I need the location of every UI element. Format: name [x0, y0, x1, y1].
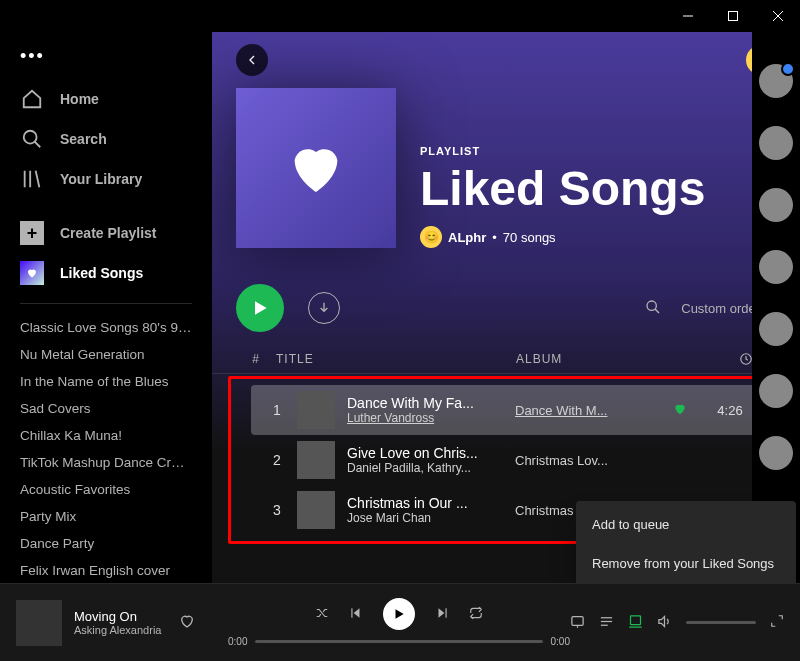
- svg-rect-25: [631, 615, 641, 624]
- track-art: [297, 441, 335, 479]
- create-playlist-label: Create Playlist: [60, 225, 157, 241]
- playlist-item[interactable]: Chillax Ka Muna!: [20, 422, 192, 449]
- volume-button[interactable]: [657, 614, 672, 632]
- lyrics-button[interactable]: [570, 614, 585, 632]
- svg-marker-15: [354, 608, 360, 617]
- friend-avatar[interactable]: [759, 436, 793, 470]
- nav-library[interactable]: Your Library: [0, 159, 212, 199]
- prev-button[interactable]: [349, 606, 363, 623]
- svg-rect-16: [351, 608, 352, 617]
- heart-icon: [20, 261, 44, 285]
- volume-slider[interactable]: [686, 621, 756, 624]
- svg-rect-1: [728, 12, 737, 21]
- liked-songs-label: Liked Songs: [60, 265, 143, 281]
- friend-avatar[interactable]: [759, 188, 793, 222]
- play-button[interactable]: [236, 284, 284, 332]
- track-album[interactable]: Christmas Lov...: [515, 453, 655, 468]
- ctx-add-queue[interactable]: Add to queue: [580, 505, 792, 544]
- svg-marker-27: [659, 616, 665, 626]
- friend-avatar[interactable]: [759, 374, 793, 408]
- fullscreen-button[interactable]: [770, 614, 784, 631]
- svg-marker-9: [255, 301, 267, 314]
- friend-avatar[interactable]: [759, 250, 793, 284]
- playlist-item[interactable]: Classic Love Songs 80's 90's: [20, 314, 192, 341]
- track-artist[interactable]: Daniel Padilla, Kathry...: [347, 461, 478, 475]
- plus-icon: +: [20, 221, 44, 245]
- track-row[interactable]: 1Dance With My Fa...Luther VandrossDance…: [251, 385, 761, 435]
- track-artist[interactable]: Luther Vandross: [347, 411, 474, 425]
- playlist-item[interactable]: TikTok Mashup Dance Craze...: [20, 449, 192, 476]
- svg-line-5: [35, 142, 41, 148]
- ctx-remove-liked[interactable]: Remove from your Liked Songs: [580, 544, 792, 583]
- repeat-button[interactable]: [469, 606, 483, 623]
- context-menu: Add to queue Remove from your Liked Song…: [576, 501, 796, 583]
- create-playlist[interactable]: + Create Playlist: [0, 213, 212, 253]
- playlist-item[interactable]: Dance Party: [20, 530, 192, 557]
- track-title: Give Love on Chris...: [347, 445, 478, 461]
- playlist-item[interactable]: Nu Metal Generation: [20, 341, 192, 368]
- track-title: Christmas in Our ...: [347, 495, 468, 511]
- progress-bar[interactable]: [255, 640, 542, 643]
- liked-songs-nav[interactable]: Liked Songs: [0, 253, 212, 293]
- download-button[interactable]: [308, 292, 340, 324]
- main-content: 😊 PLAYLIST Liked Songs 😊 ALphr • 70 song…: [212, 32, 800, 583]
- track-artist[interactable]: Jose Mari Chan: [347, 511, 468, 525]
- playlist-meta: 😊 ALphr • 70 songs: [420, 226, 705, 248]
- now-playing-title[interactable]: Moving On: [74, 609, 161, 624]
- nav-search[interactable]: Search: [0, 119, 212, 159]
- nav-home[interactable]: Home: [0, 79, 212, 119]
- playlist-item[interactable]: Sad Covers: [20, 395, 192, 422]
- friend-avatar[interactable]: [759, 64, 793, 98]
- now-playing-artist[interactable]: Asking Alexandria: [74, 624, 161, 636]
- track-row[interactable]: 2Give Love on Chris...Daniel Padilla, Ka…: [251, 435, 761, 485]
- playlist-item[interactable]: Acoustic Favorites: [20, 476, 192, 503]
- owner-name[interactable]: ALphr: [448, 230, 486, 245]
- playlist-cover: [236, 88, 396, 248]
- play-pause-button[interactable]: [383, 598, 415, 630]
- progress-duration: 0:00: [551, 636, 570, 647]
- svg-marker-18: [439, 608, 445, 617]
- col-title: TITLE: [276, 352, 516, 369]
- track-number: 2: [257, 452, 297, 468]
- track-number: 3: [257, 502, 297, 518]
- search-tracks-icon[interactable]: [645, 299, 661, 318]
- owner-avatar: 😊: [420, 226, 442, 248]
- maximize-button[interactable]: [710, 0, 755, 32]
- track-title: Dance With My Fa...: [347, 395, 474, 411]
- playlist-list: Classic Love Songs 80's 90'sNu Metal Gen…: [0, 314, 212, 583]
- player-bar: Moving On Asking Alexandria 0:00 0:00: [0, 583, 800, 661]
- col-num: #: [236, 352, 276, 369]
- now-playing-art[interactable]: [16, 600, 62, 646]
- playlist-type: PLAYLIST: [420, 145, 705, 157]
- friend-avatar[interactable]: [759, 126, 793, 160]
- next-button[interactable]: [435, 606, 449, 623]
- devices-button[interactable]: [628, 614, 643, 632]
- friend-avatar[interactable]: [759, 312, 793, 346]
- nav-search-label: Search: [60, 131, 107, 147]
- song-count: 70 songs: [503, 230, 556, 245]
- playlist-item[interactable]: In the Name of the Blues: [20, 368, 192, 395]
- track-duration: 4:26: [705, 403, 755, 418]
- shuffle-button[interactable]: [315, 606, 329, 623]
- close-button[interactable]: [755, 0, 800, 32]
- svg-marker-17: [396, 609, 404, 618]
- search-icon: [20, 127, 44, 151]
- window-titlebar: [0, 0, 800, 32]
- like-button[interactable]: [179, 613, 195, 632]
- progress-position: 0:00: [228, 636, 247, 647]
- col-album: ALBUM: [516, 352, 656, 369]
- nav-library-label: Your Library: [60, 171, 142, 187]
- menu-ellipsis[interactable]: •••: [0, 42, 212, 79]
- minimize-button[interactable]: [665, 0, 710, 32]
- track-number: 1: [257, 402, 297, 418]
- playlist-item[interactable]: Felix Irwan English cover: [20, 557, 192, 583]
- track-album[interactable]: Dance With M...: [515, 403, 655, 418]
- svg-line-8: [36, 171, 40, 188]
- svg-point-4: [24, 131, 37, 144]
- track-art: [297, 491, 335, 529]
- queue-button[interactable]: [599, 614, 614, 632]
- playlist-item[interactable]: Party Mix: [20, 503, 192, 530]
- track-like[interactable]: [655, 402, 705, 419]
- home-icon: [20, 87, 44, 111]
- back-button[interactable]: [236, 44, 268, 76]
